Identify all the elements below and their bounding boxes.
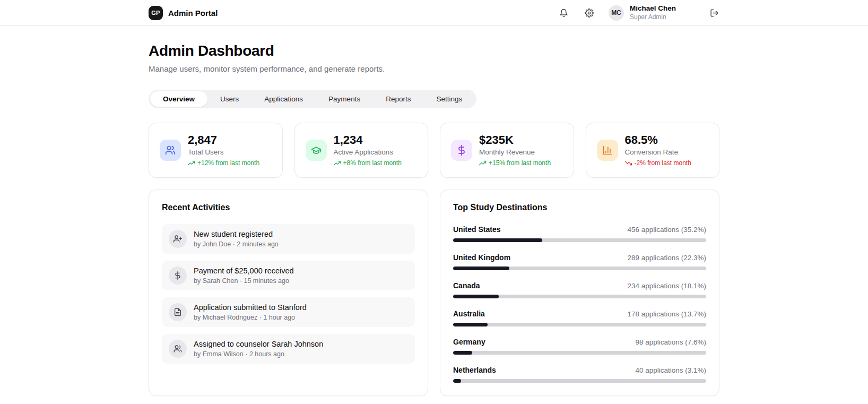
- destination-country: Canada: [453, 281, 480, 290]
- progress-bar-fill: [453, 295, 499, 298]
- activity-title: New student registered: [194, 230, 279, 238]
- stat-change: +12% from last month: [188, 159, 259, 167]
- destination-country: United States: [453, 225, 500, 234]
- tab-overview[interactable]: Overview: [150, 91, 207, 107]
- page-title: Admin Dashboard: [149, 42, 719, 59]
- stat-label: Total Users: [188, 148, 259, 156]
- brand: GP Admin Portal: [149, 6, 218, 20]
- top-bar: GP Admin Portal MC Michael Chen Super Ad…: [0, 0, 868, 26]
- progress-bar-fill: [453, 238, 542, 242]
- list-item: Payment of $25,000 received by Sarah Che…: [162, 261, 415, 290]
- stat-value: $235K: [479, 134, 551, 147]
- activity-meta: by John Doe · 2 minutes ago: [194, 240, 279, 248]
- stat-card-total-users: 2,847 Total Users +12% from last month: [149, 123, 283, 178]
- progress-bar-fill: [453, 323, 488, 326]
- dashboard-tabs: Overview Users Applications Payments Rep…: [149, 90, 476, 108]
- progress-bar-fill: [453, 351, 472, 355]
- panel-title: Recent Activities: [162, 203, 415, 212]
- destination-detail: 456 applications (35.2%): [627, 226, 706, 234]
- file-text-icon: [169, 303, 187, 321]
- app-name: Admin Portal: [168, 8, 218, 18]
- activity-title: Assigned to counselor Sarah Johnson: [194, 340, 323, 348]
- progress-bar-fill: [453, 267, 509, 270]
- stat-label: Conversion Rate: [625, 148, 691, 156]
- destination-detail: 234 applications (18.1%): [627, 282, 706, 290]
- bar-chart-icon: [597, 140, 618, 161]
- trending-up-icon: [188, 160, 195, 167]
- stat-label: Active Applications: [334, 148, 402, 156]
- tab-users[interactable]: Users: [207, 91, 251, 107]
- activity-title: Payment of $25,000 received: [194, 267, 294, 275]
- recent-activities-panel: Recent Activities New student registered…: [149, 190, 428, 396]
- stat-card-active-applications: 1,234 Active Applications +8% from last …: [294, 123, 429, 178]
- dollar-icon: [169, 267, 187, 285]
- page-subtitle: Manage users, monitor system performance…: [149, 64, 719, 73]
- users-icon: [160, 140, 181, 161]
- stat-value: 68.5%: [625, 134, 691, 147]
- notifications-button[interactable]: [559, 7, 569, 18]
- tab-settings[interactable]: Settings: [423, 91, 475, 107]
- destination-detail: 289 applications (22.3%): [627, 254, 706, 262]
- list-item: United States 456 applications (35.2%): [453, 225, 706, 242]
- trending-up-icon: [334, 160, 341, 167]
- main-content: Admin Dashboard Manage users, monitor sy…: [149, 42, 719, 396]
- activity-title: Application submitted to Stanford: [194, 303, 307, 312]
- trending-up-icon: [479, 160, 486, 167]
- stat-change: -2% from last month: [625, 159, 691, 167]
- list-item: United Kingdom 289 applications (22.3%): [453, 253, 706, 270]
- stat-value: 1,234: [334, 134, 402, 147]
- avatar[interactable]: MC: [609, 5, 624, 21]
- logout-button[interactable]: [709, 7, 719, 18]
- stat-card-conversion-rate: 68.5% Conversion Rate -2% from last mont…: [586, 123, 720, 178]
- list-item: Application submitted to Stanford by Mic…: [162, 297, 415, 327]
- destination-country: Netherlands: [453, 366, 496, 374]
- trending-down-icon: [625, 160, 632, 167]
- stat-change: +15% from last month: [479, 159, 551, 167]
- logout-icon: [710, 8, 719, 18]
- tab-payments[interactable]: Payments: [316, 91, 373, 107]
- user-plus-icon: [169, 230, 187, 248]
- app-logo: GP: [149, 6, 163, 20]
- activity-meta: by Sarah Chen · 15 minutes ago: [194, 277, 294, 285]
- bell-icon: [559, 8, 568, 18]
- stat-change: +8% from last month: [334, 159, 402, 167]
- tab-applications[interactable]: Applications: [251, 91, 316, 107]
- dollar-icon: [451, 140, 472, 161]
- activity-list: New student registered by John Doe · 2 m…: [162, 224, 415, 364]
- users-icon: [169, 340, 187, 358]
- destination-detail: 98 applications (7.6%): [635, 338, 706, 346]
- stats-grid: 2,847 Total Users +12% from last month 1…: [149, 123, 719, 178]
- stat-label: Monthly Revenue: [479, 148, 551, 156]
- stat-card-monthly-revenue: $235K Monthly Revenue +15% from last mon…: [440, 123, 574, 178]
- graduation-cap-icon: [306, 140, 327, 161]
- top-destinations-panel: Top Study Destinations United States 456…: [440, 190, 719, 396]
- list-item: Canada 234 applications (18.1%): [453, 281, 706, 298]
- user-meta: Michael Chen Super Admin: [630, 4, 676, 22]
- destination-country: Germany: [453, 338, 485, 346]
- list-item: Germany 98 applications (7.6%): [453, 338, 706, 355]
- list-item: Netherlands 40 applications (3.1%): [453, 366, 706, 383]
- destination-detail: 40 applications (3.1%): [635, 366, 706, 374]
- user-name: Michael Chen: [630, 4, 676, 13]
- list-item: Australia 178 applications (13.7%): [453, 310, 706, 326]
- destination-country: United Kingdom: [453, 253, 510, 262]
- progress-bar-track: [453, 295, 706, 298]
- activity-meta: by Emma Wilson · 2 hours ago: [194, 350, 323, 358]
- progress-bar-track: [453, 351, 706, 355]
- list-item: New student registered by John Doe · 2 m…: [162, 224, 415, 254]
- destination-list: United States 456 applications (35.2%) U…: [453, 225, 706, 383]
- tab-reports[interactable]: Reports: [373, 91, 423, 107]
- settings-button[interactable]: [584, 7, 595, 18]
- list-item: Assigned to counselor Sarah Johnson by E…: [162, 334, 415, 364]
- progress-bar-track: [453, 267, 706, 270]
- progress-bar-track: [453, 323, 706, 326]
- destination-detail: 178 applications (13.7%): [627, 310, 706, 318]
- destination-country: Australia: [453, 310, 485, 318]
- panel-title: Top Study Destinations: [453, 203, 706, 212]
- gear-icon: [585, 8, 594, 18]
- user-role: Super Admin: [630, 13, 676, 21]
- activity-meta: by Michael Rodriguez · 1 hour ago: [194, 314, 307, 321]
- stat-value: 2,847: [188, 134, 259, 147]
- progress-bar-track: [453, 238, 706, 242]
- progress-bar-track: [453, 379, 706, 383]
